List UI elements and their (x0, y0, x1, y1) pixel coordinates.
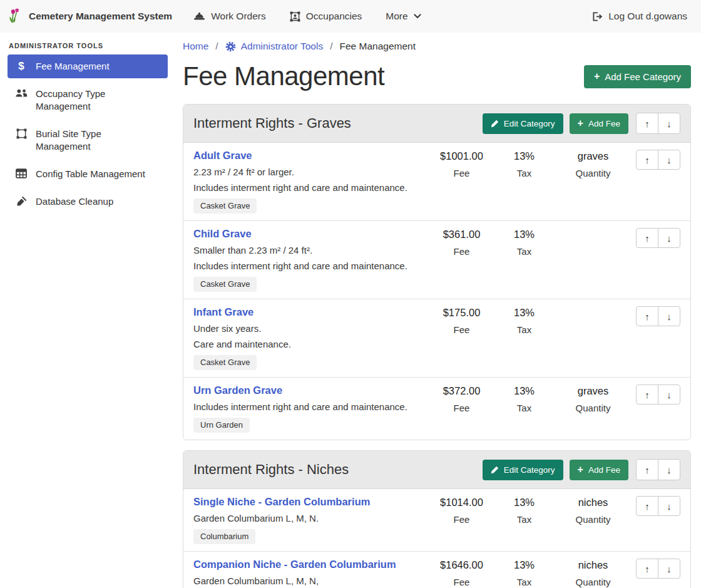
fee-details: Infant Grave Under six years. Care and m… (193, 306, 429, 370)
fee-tax-label: Tax (494, 247, 554, 257)
fee-name-link[interactable]: Adult Grave (193, 150, 252, 162)
fee-quantity-col: Quantity (554, 306, 632, 307)
plus-icon: + (578, 120, 583, 127)
fee-row-child-grave: Child Grave Smaller than 2.23 m² / 24 ft… (183, 220, 690, 299)
sidebar-item-database-cleanup[interactable]: Database Cleanup (8, 190, 168, 214)
fee-tax-col: 13% Tax (494, 559, 554, 587)
fee-tax-col: 13% Tax (494, 496, 554, 525)
fee-type-tag: Urn Garden (193, 418, 250, 433)
fee-details: Adult Grave 2.23 m² / 24 ft² or larger. … (193, 150, 429, 214)
fee-name-link[interactable]: Single Niche - Garden Columbarium (193, 496, 370, 508)
breadcrumb-current: Fee Management (340, 41, 416, 52)
fee-details: Companion Niche - Garden Columbarium Gar… (193, 559, 429, 588)
fee-amount-label: Fee (429, 325, 494, 335)
move-fee-up-button[interactable]: ↑ (636, 384, 658, 405)
add-fee-category-button[interactable]: + Add Fee Category (584, 65, 691, 88)
move-fee-down-button[interactable]: ↓ (658, 496, 680, 516)
fee-name-link[interactable]: Child Grave (193, 228, 252, 240)
move-fee-down-button[interactable]: ↓ (658, 228, 680, 248)
fee-quantity-label: Quantity (554, 168, 632, 178)
fee-amount-label: Fee (429, 515, 494, 525)
fee-category-card-niches: Interment Rights - Niches Edit Category … (183, 450, 691, 588)
nav-occupancies[interactable]: Occupancies (290, 11, 362, 22)
move-fee-down-button[interactable]: ↓ (658, 150, 680, 170)
sidebar-item-burial-site-type-management[interactable]: Burial Site Type Management (8, 122, 168, 158)
breadcrumb: Home / Administrator Tools / Fee Managem… (183, 41, 691, 52)
move-fee-up-button[interactable]: ↑ (636, 559, 658, 579)
edit-category-label: Edit Category (504, 465, 555, 475)
fee-quantity-unit: graves (554, 385, 632, 397)
fee-quantity-label: Quantity (554, 403, 632, 413)
breadcrumb-admin-tools-link[interactable]: Administrator Tools (225, 41, 324, 52)
fee-description: 2.23 m² / 24 ft² or larger. (193, 167, 424, 177)
fee-quantity-col: niches Quantity (554, 559, 632, 587)
move-fee-up-button[interactable]: ↑ (636, 228, 658, 248)
fee-quantity-col: graves Quantity (554, 384, 632, 413)
fee-type-tag: Columbarium (193, 529, 255, 544)
logout-icon (592, 12, 603, 21)
edit-category-button[interactable]: Edit Category (483, 460, 563, 480)
page-title: Fee Management (183, 61, 384, 91)
fee-row-urn-garden-grave: Urn Garden Grave Includes interment righ… (183, 377, 690, 440)
sidebar-item-config-table-management[interactable]: Config Table Management (8, 162, 168, 186)
move-category-down-button[interactable]: ↓ (658, 113, 680, 134)
fee-tax-label: Tax (494, 403, 554, 413)
nav-more[interactable]: More (386, 11, 421, 22)
fee-type-tag: Casket Grave (193, 199, 257, 214)
fee-amount-label: Fee (429, 577, 494, 587)
category-header: Interment Rights - Graves Edit Category … (183, 105, 690, 143)
add-fee-label: Add Fee (588, 119, 620, 128)
move-fee-down-button[interactable]: ↓ (658, 559, 680, 579)
fee-tax-col: 13% Tax (494, 384, 554, 413)
sidebar-item-fee-management[interactable]: $ Fee Management (8, 54, 168, 78)
gear-icon (225, 41, 236, 52)
breadcrumb-separator: / (215, 41, 218, 52)
fee-tax-label: Tax (494, 325, 554, 335)
main-content: Home / Administrator Tools / Fee Managem… (175, 33, 701, 588)
fee-amount: $175.00 (429, 307, 494, 319)
fee-row-companion-niche: Companion Niche - Garden Columbarium Gar… (183, 551, 690, 588)
fee-name-link[interactable]: Companion Niche - Garden Columbarium (193, 559, 396, 570)
fee-name-link[interactable]: Urn Garden Grave (193, 384, 282, 396)
fee-description: Garden Columbarium L, M, N. (193, 513, 424, 524)
sidebar-section-header: ADMINISTRATOR TOOLS (9, 42, 175, 49)
fee-row-adult-grave: Adult Grave 2.23 m² / 24 ft² or larger. … (183, 143, 690, 220)
move-fee-up-button[interactable]: ↑ (636, 496, 658, 516)
move-fee-up-button[interactable]: ↑ (636, 150, 658, 170)
fee-details: Single Niche - Garden Columbarium Garden… (193, 496, 429, 544)
category-reorder-group: ↑ ↓ (636, 459, 680, 480)
category-title: Interment Rights - Niches (193, 462, 476, 478)
category-reorder-group: ↑ ↓ (636, 113, 680, 134)
add-fee-button[interactable]: + Add Fee (570, 113, 628, 134)
move-category-up-button[interactable]: ↑ (636, 459, 658, 480)
fee-description: Care and maintenance. (193, 339, 424, 349)
nav-work-orders[interactable]: Work Orders (193, 11, 266, 22)
fee-amount-label: Fee (429, 247, 494, 257)
edit-category-button[interactable]: Edit Category (483, 113, 563, 134)
table-icon (15, 168, 28, 178)
nav-links: Work Orders Occupancies More (193, 11, 421, 22)
fee-amount: $361.00 (429, 229, 494, 240)
fee-description: Includes interment right and care and ma… (193, 261, 424, 271)
fee-reorder-group: ↑ ↓ (636, 150, 680, 170)
move-fee-down-button[interactable]: ↓ (658, 306, 680, 326)
move-fee-down-button[interactable]: ↓ (658, 384, 680, 405)
fee-amount-col: $361.00 Fee (429, 228, 494, 257)
app-brand[interactable]: Cemetery Management System (8, 8, 172, 26)
fee-tax: 13% (494, 385, 554, 397)
move-category-up-button[interactable]: ↑ (636, 113, 658, 134)
breadcrumb-home-link[interactable]: Home (183, 41, 208, 52)
logout-button[interactable]: Log Out d.gowans (592, 11, 687, 22)
sidebar-item-occupancy-type-management[interactable]: Occupancy Type Management (8, 82, 168, 118)
top-navbar: Cemetery Management System Work Orders (0, 0, 701, 33)
fee-description: Includes interment right and care and ma… (193, 183, 424, 193)
fee-tax: 13% (494, 150, 554, 162)
move-fee-up-button[interactable]: ↑ (636, 306, 658, 326)
fee-details: Urn Garden Grave Includes interment righ… (193, 384, 429, 433)
add-fee-button[interactable]: + Add Fee (570, 460, 628, 480)
edit-category-label: Edit Category (504, 119, 555, 128)
nav-more-label: More (386, 11, 407, 22)
fee-name-link[interactable]: Infant Grave (193, 306, 253, 318)
fee-row-single-niche: Single Niche - Garden Columbarium Garden… (183, 489, 690, 551)
move-category-down-button[interactable]: ↓ (658, 459, 680, 480)
